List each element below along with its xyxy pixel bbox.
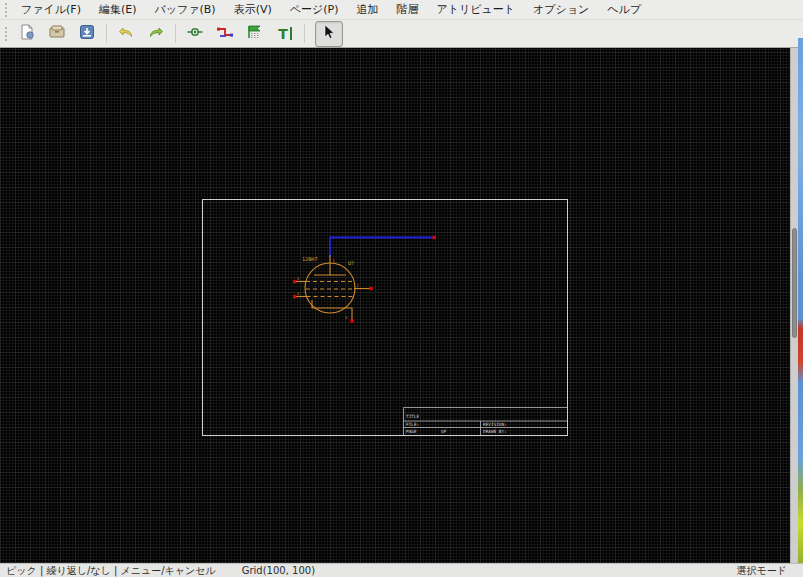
schematic-drawing: TITLE FILE: REVISION: PAGE OF DRAWN BY: (0, 48, 790, 563)
save-file-button[interactable] (73, 21, 101, 47)
page-frame[interactable] (203, 200, 568, 436)
new-file-button[interactable] (13, 21, 41, 47)
text-tool-icon: T (278, 27, 292, 41)
title-block-page-label: PAGE (406, 429, 417, 434)
net-wire-icon (216, 23, 234, 45)
vacuum-tube-symbol[interactable]: 12BH7 U? 1 5 4 2 3 (293, 255, 373, 323)
toolbar-separator (175, 24, 176, 43)
menubar-grip-handle[interactable] (2, 3, 10, 17)
undo-button[interactable] (112, 21, 140, 47)
new-document-icon (18, 23, 36, 45)
select-mode-button[interactable] (315, 21, 343, 47)
menu-add[interactable]: 追加 (348, 0, 388, 19)
menu-help[interactable]: ヘルプ (598, 0, 650, 19)
desktop-wallpaper-sliver (798, 38, 803, 577)
pin-endpoint-marker (369, 287, 372, 290)
title-block-revision-label: REVISION: (483, 422, 507, 427)
pin-number-left-upper: 5 (297, 276, 299, 281)
title-block-of-label: OF (441, 429, 447, 434)
menu-page[interactable]: ページ(P) (281, 0, 348, 19)
status-bar: ピック | 繰り返し/なし | メニュー/キャンセル Grid(100, 100… (0, 563, 803, 577)
pin-endpoint-marker (350, 319, 353, 322)
redo-arrow-icon (147, 23, 165, 45)
pin-number-right: 2 (357, 283, 359, 288)
pin-endpoint-marker (293, 280, 296, 283)
open-folder-icon (48, 23, 66, 45)
component-icon (186, 23, 204, 45)
schematic-canvas[interactable]: TITLE FILE: REVISION: PAGE OF DRAWN BY: (0, 48, 790, 563)
redo-button[interactable] (142, 21, 170, 47)
status-mode: 選択モード (737, 564, 787, 577)
menu-hierarchy[interactable]: 階層 (388, 0, 428, 19)
toolbar-separator (304, 24, 305, 43)
save-disk-icon (78, 23, 96, 45)
title-block[interactable]: TITLE FILE: REVISION: PAGE OF DRAWN BY: (404, 408, 568, 436)
title-block-title-label: TITLE (406, 414, 420, 419)
cursor-arrow-icon (320, 23, 338, 45)
open-file-button[interactable] (43, 21, 71, 47)
add-bus-button[interactable] (241, 21, 269, 47)
component-refdes-label: U? (348, 260, 354, 266)
menu-view[interactable]: 表示(V) (225, 0, 281, 19)
toolbar-separator (106, 24, 107, 43)
status-hints: ピック | 繰り返し/なし | メニュー/キャンセル (6, 564, 216, 577)
menu-edit[interactable]: 編集(E) (90, 0, 146, 19)
menu-buffer[interactable]: バッファ(B) (146, 0, 225, 19)
toolbar-grip-handle[interactable] (2, 27, 10, 41)
net-endpoint-marker (433, 236, 436, 239)
pin-number-bottom: 3 (345, 315, 347, 320)
bus-icon (246, 23, 264, 45)
status-grid-size: Grid(100, 100) (242, 565, 315, 576)
menu-attributes[interactable]: アトリビュート (428, 0, 525, 19)
title-block-file-label: FILE: (406, 422, 419, 427)
net-wire[interactable] (330, 236, 436, 257)
pin-number-left-lower: 4 (297, 291, 300, 296)
tube-plate (314, 255, 346, 275)
component-device-label: 12BH7 (302, 256, 318, 262)
undo-arrow-icon (117, 23, 135, 45)
pin-number-top: 1 (333, 258, 336, 263)
add-text-button[interactable]: T (271, 21, 299, 47)
title-block-drawnby-label: DRAWN BY: (483, 429, 507, 434)
pin-endpoint-marker (293, 295, 296, 298)
menu-file[interactable]: ファイル(F) (12, 0, 90, 19)
scrollbar-thumb[interactable] (792, 228, 797, 338)
menu-bar: ファイル(F) 編集(E) バッファ(B) 表示(V) ページ(P) 追加 階層… (0, 0, 803, 20)
add-component-button[interactable] (181, 21, 209, 47)
toolbar: T (0, 20, 803, 48)
add-net-button[interactable] (211, 21, 239, 47)
menu-options[interactable]: オプション (524, 0, 598, 19)
